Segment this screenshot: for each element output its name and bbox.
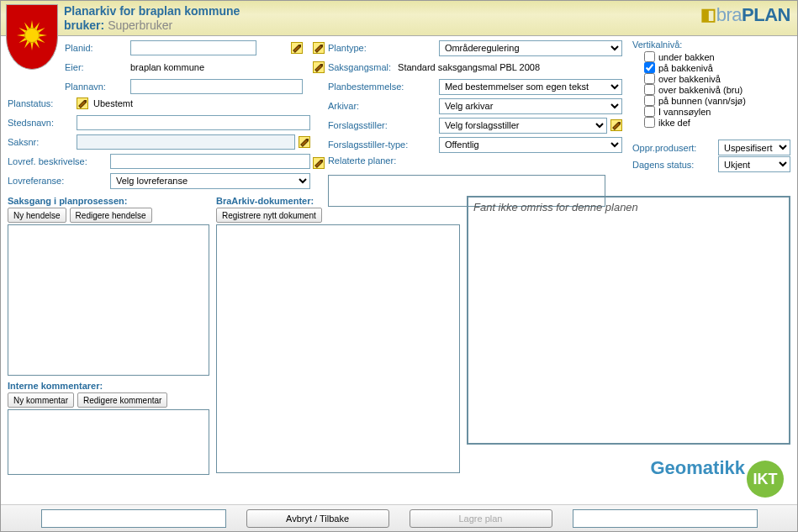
vertikal-label-4: på bunnen (vann/sjø) [658,96,746,106]
cube-icon: ◧ [700,5,716,24]
kommentar-list[interactable] [8,409,209,475]
vertikal-checkbox-0[interactable] [644,51,655,62]
header-title: Planarkiv for braplan kommune bruker: Su… [64,4,240,33]
redigere-kommentar-button[interactable]: Redigere kommentar [77,392,167,408]
ny-kommentar-button[interactable]: Ny kommentar [8,392,74,408]
header-bar: Planarkiv for braplan kommune bruker: Su… [1,1,797,36]
planid-label: Planid: [65,43,127,53]
vertikal-label-3: over bakkenivå (bru) [658,85,743,95]
planstatus-value: Ubestemt [93,98,133,108]
saksgangsmal-label: Saksgangsmal: [328,62,391,72]
saksgang-list[interactable] [8,224,209,376]
archive-title: Planarkiv for braplan kommune [64,4,240,18]
map-message: Fant ikke omriss for denne planen [468,198,789,217]
edit-icon[interactable] [291,42,303,54]
eier-value: braplan kommune [130,62,204,72]
edit-icon[interactable] [313,157,325,169]
vertikal-checkbox-2[interactable] [644,73,655,84]
lovrefb-label: Lovref. beskrivelse: [8,156,107,166]
stedsnavn-label: Stedsnavn: [8,118,73,128]
vertikal-checkbox-3[interactable] [644,84,655,95]
stedsnavn-input[interactable] [77,115,310,130]
saksnr-input[interactable] [77,134,295,150]
vertikal-checkbox-1[interactable] [644,62,655,73]
lagre-plan-button[interactable]: Lagre plan [410,509,552,528]
lovrefb-input[interactable] [110,154,310,169]
forslag-select[interactable]: Velg forslagsstiller [439,118,607,134]
saksgang-title: Saksgang i planprosessen: [8,196,209,206]
forslag-label: Forslagsstiller: [328,120,436,130]
saksnr-label: Saksnr: [8,137,73,147]
vertikal-checkbox-4[interactable] [644,95,655,106]
relaterte-label: Relaterte planer: [328,155,436,166]
vertikal-label-2: over bakkenivå [658,74,721,84]
braarkiv-title: BraArkiv-dokumenter: [216,196,460,206]
vertikal-label-0: under bakken [658,52,715,62]
interne-title: Interne kommentarer: [8,381,209,391]
registrere-dokument-button[interactable]: Registrere nytt dokument [216,208,322,223]
municipality-shield [6,4,58,70]
oppr-select[interactable]: Uspesifisert [718,140,790,155]
planstatus-label: Planstatus: [8,98,73,108]
edit-icon[interactable] [313,61,325,73]
footer-bar: Avbryt / Tilbake Lagre plan [1,504,797,531]
redigere-hendelse-button[interactable]: Redigere hendelse [70,208,152,223]
planid-input[interactable] [130,40,256,55]
avbryt-button[interactable]: Avbryt / Tilbake [246,509,389,528]
edit-icon[interactable] [77,97,88,109]
vertikal-label-5: I vannsøylen [658,107,711,117]
planbest-select[interactable]: Med bestemmelser som egen tekst [439,79,622,95]
saksgangsmal-value: Standard saksgangsmal PBL 2008 [398,62,540,72]
dagens-select[interactable]: Ukjent [718,156,790,172]
arkivar-label: Arkivar: [328,101,436,111]
footer-left-box [41,509,226,528]
ny-hendelse-button[interactable]: Ny hendelse [8,208,66,223]
brand-logo: ◧braPLAN [700,4,790,26]
arkivar-select[interactable]: Velg arkivar [439,98,622,114]
vertikal-label-6: ikke def [658,118,690,128]
dagens-label: Dagens status: [632,160,715,170]
plantype-label: Plantype: [328,43,436,53]
geomatikk-logo: GeomatikkIKT [651,457,785,498]
edit-icon[interactable] [610,119,622,131]
plannavn-label: Plannavn: [65,82,127,92]
planbest-label: Planbestemmelse: [328,82,436,92]
vertikal-checkbox-6[interactable] [644,117,655,128]
forslagtype-select[interactable]: Offentlig [439,137,622,153]
vertikal-label: Vertikalnivå: [632,40,790,50]
user-name: Superbruker [108,18,172,32]
forslagtype-label: Forslagsstiller-type: [328,140,436,150]
lovref-select[interactable]: Velg lovreferanse [110,173,310,189]
user-label: bruker: [64,18,104,32]
vertikal-label-1: på bakkenivå [658,63,713,73]
map-panel: Fant ikke omriss for denne planen [467,196,790,445]
edit-icon[interactable] [299,136,310,148]
vertikal-checkbox-5[interactable] [644,106,655,117]
eier-label: Eier: [65,62,127,72]
oppr-label: Oppr.produsert: [632,143,715,153]
plannavn-input[interactable] [130,79,303,94]
braarkiv-list[interactable] [216,224,460,473]
lovref-label: Lovreferanse: [8,176,107,186]
footer-right-box [573,509,758,528]
edit-icon[interactable] [313,42,325,54]
plantype-select[interactable]: Områderegulering [439,40,622,56]
